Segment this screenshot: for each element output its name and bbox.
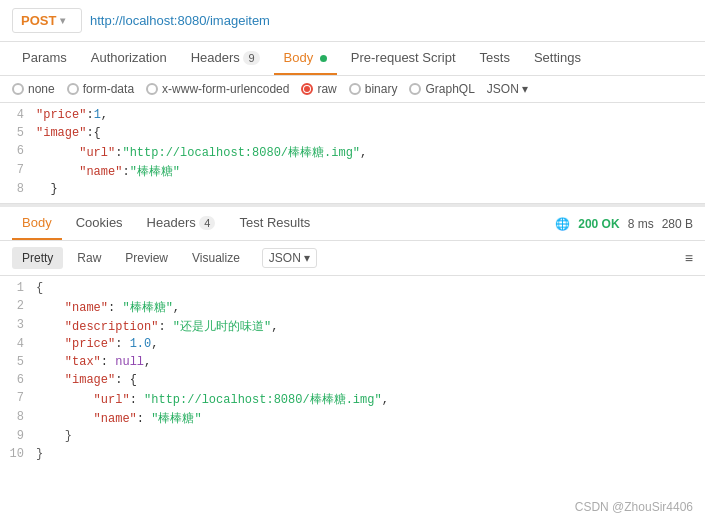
req-linenum-8: 8 [0,182,36,196]
resp-linenum-5: 5 [0,355,36,369]
req-val-url: "http://localhost:8080/棒棒糖.img" [122,146,360,160]
response-tabs-bar: Body Cookies Headers 4 Test Results 🌐 20… [0,207,705,241]
resp-line-7: 7 "url": "http://localhost:8080/棒棒糖.img"… [0,390,705,409]
resp-tab-testresults[interactable]: Test Results [229,207,320,240]
view-tabs-bar: Pretty Raw Preview Visualize JSON ▾ ≡ [0,241,705,276]
body-type-bar: none form-data x-www-form-urlencoded raw… [0,76,705,103]
method-select[interactable]: POST ▾ [12,8,82,33]
req-key-name: "name" [79,165,122,179]
tab-body[interactable]: Body [274,42,337,75]
resp-linenum-8: 8 [0,410,36,424]
req-key-image: "image" [36,126,86,140]
resp-line-2: 2 "name": "棒棒糖", [0,298,705,317]
tab-prerequest[interactable]: Pre-request Script [341,42,466,75]
bodytype-formdata-label: form-data [83,82,134,96]
req-linenum-6: 6 [0,144,36,158]
bodytype-graphql-label: GraphQL [425,82,474,96]
resp-linenum-4: 4 [0,337,36,351]
resp-tab-body[interactable]: Body [12,207,62,240]
resp-line-1: 1 { [0,280,705,298]
radio-urlencoded [146,83,158,95]
view-json-chevron-icon: ▾ [304,251,310,265]
resp-linenum-9: 9 [0,429,36,443]
req-linenum-4: 4 [0,108,36,122]
view-tab-raw[interactable]: Raw [67,247,111,269]
response-status: 200 OK [578,217,619,231]
json-format-dropdown[interactable]: JSON ▾ [487,82,528,96]
bodytype-graphql[interactable]: GraphQL [409,82,474,96]
resp-tab-cookies[interactable]: Cookies [66,207,133,240]
resp-linenum-1: 1 [0,281,36,295]
req-line-6: 6 "url":"http://localhost:8080/棒棒糖.img", [0,143,705,162]
url-bar: POST ▾ [0,0,705,42]
method-label: POST [21,13,56,28]
resp-line-10: 10 } [0,446,705,464]
resp-linenum-3: 3 [0,318,36,332]
resp-null-tax: null [115,355,144,369]
bodytype-none[interactable]: none [12,82,55,96]
tab-authorization[interactable]: Authorization [81,42,177,75]
resp-linenum-2: 2 [0,299,36,313]
view-json-dropdown[interactable]: JSON ▾ [262,248,317,268]
req-line-7: 7 "name":"棒棒糖" [0,162,705,181]
json-format-label: JSON [487,82,519,96]
req-val-name: "棒棒糖" [130,165,180,179]
resp-linenum-6: 6 [0,373,36,387]
resp-line-5: 5 "tax": null, [0,354,705,372]
req-line-4: 4 "price":1, [0,107,705,125]
response-meta: 🌐 200 OK 8 ms 280 B [555,217,693,231]
tab-tests[interactable]: Tests [470,42,520,75]
body-dot [320,55,327,62]
req-line-8: 8 } [0,181,705,199]
resp-line-8: 8 "name": "棒棒糖" [0,409,705,428]
response-size: 280 B [662,217,693,231]
watermark: CSDN @ZhouSir4406 [575,500,693,514]
radio-graphql [409,83,421,95]
resp-tab-headers[interactable]: Headers 4 [137,207,226,240]
bodytype-urlencoded-label: x-www-form-urlencoded [162,82,289,96]
resp-line-6: 6 "image": { [0,372,705,390]
view-json-label: JSON [269,251,301,265]
bodytype-raw-label: raw [317,82,336,96]
resp-linenum-7: 7 [0,391,36,405]
radio-none [12,83,24,95]
tab-params[interactable]: Params [12,42,77,75]
tab-settings[interactable]: Settings [524,42,591,75]
req-key-url: "url" [79,146,115,160]
view-tab-preview[interactable]: Preview [115,247,178,269]
bodytype-binary-label: binary [365,82,398,96]
resp-line-4: 4 "price": 1.0, [0,336,705,354]
view-tab-pretty[interactable]: Pretty [12,247,63,269]
response-tabs-left: Body Cookies Headers 4 Test Results [12,207,320,240]
radio-raw [301,83,313,95]
wrap-lines-icon[interactable]: ≡ [685,250,693,266]
bodytype-raw[interactable]: raw [301,82,336,96]
resp-headers-badge: 4 [199,216,215,230]
radio-binary [349,83,361,95]
req-linenum-7: 7 [0,163,36,177]
globe-icon: 🌐 [555,217,570,231]
headers-badge: 9 [243,51,259,65]
url-input[interactable] [90,13,693,28]
resp-line-3: 3 "description": "还是儿时的味道", [0,317,705,336]
view-tab-visualize[interactable]: Visualize [182,247,250,269]
bodytype-binary[interactable]: binary [349,82,398,96]
req-val-price: 1 [94,108,101,122]
tab-headers[interactable]: Headers 9 [181,42,270,75]
json-dropdown-chevron-icon: ▾ [522,82,528,96]
resp-line-9: 9 } [0,428,705,446]
radio-formdata [67,83,79,95]
request-tabs: Params Authorization Headers 9 Body Pre-… [0,42,705,76]
req-linenum-5: 5 [0,126,36,140]
bodytype-formdata[interactable]: form-data [67,82,134,96]
req-key-price: "price" [36,108,86,122]
request-body-editor[interactable]: 4 "price":1, 5 "image":{ 6 "url":"http:/… [0,103,705,204]
req-line-5: 5 "image":{ [0,125,705,143]
resp-linenum-10: 10 [0,447,36,461]
bodytype-urlencoded[interactable]: x-www-form-urlencoded [146,82,289,96]
bodytype-none-label: none [28,82,55,96]
method-chevron-icon: ▾ [60,15,65,26]
response-time: 8 ms [628,217,654,231]
response-body-viewer: 1 { 2 "name": "棒棒糖", 3 "description": "还… [0,276,705,468]
